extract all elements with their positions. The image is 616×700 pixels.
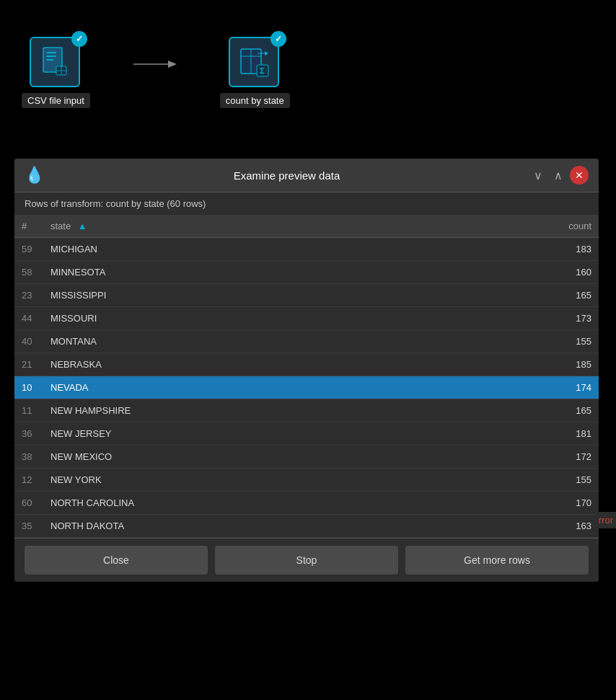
csv-node-icon-wrapper: ✓ [30, 37, 82, 89]
svg-text:Σ: Σ [260, 66, 265, 75]
header-controls: ∨ ∧ ✕ [529, 166, 589, 185]
table-row[interactable]: 35NORTH DAKOTA163 [14, 515, 599, 538]
row-count: 165 [446, 399, 599, 422]
transform-node-label: count by state [220, 93, 290, 108]
row-state: NEW MEXICO [43, 446, 446, 469]
transform-node: Σ ✓ count by state [220, 37, 290, 108]
table-row[interactable]: 12NEW YORK155 [14, 469, 599, 492]
row-count: 173 [446, 307, 599, 330]
row-state: MICHIGAN [43, 238, 446, 261]
svg-marker-8 [168, 61, 177, 68]
table-row[interactable]: 21NEBRASKA185 [14, 353, 599, 376]
row-count: 170 [446, 492, 599, 515]
row-state: NEW JERSEY [43, 422, 446, 446]
row-num: 58 [14, 261, 43, 284]
row-num: 10 [14, 376, 43, 399]
row-state: MISSISSIPPI [43, 284, 446, 307]
dialog-drop-icon: 💧 [25, 166, 44, 185]
row-state: MONTANA [43, 330, 446, 353]
dialog-footer: Close Stop Get more rows [14, 538, 599, 582]
row-count: 160 [446, 261, 599, 284]
row-num: 40 [14, 330, 43, 353]
table-row[interactable]: 23MISSISSIPPI165 [14, 284, 599, 307]
row-num: 12 [14, 469, 43, 492]
table-header: # state ▲ count [14, 215, 599, 238]
table-row[interactable]: 44MISSOURI173 [14, 307, 599, 330]
svg-marker-15 [265, 51, 268, 56]
table-row[interactable]: 11NEW HAMPSHIRE165 [14, 399, 599, 422]
row-count: 155 [446, 330, 599, 353]
row-count: 181 [446, 422, 599, 446]
row-num: 38 [14, 446, 43, 469]
table-row[interactable]: 36NEW JERSEY181 [14, 422, 599, 446]
row-num: 11 [14, 399, 43, 422]
row-state: MISSOURI [43, 307, 446, 330]
table-row[interactable]: 40MONTANA155 [14, 330, 599, 353]
col-header-state: state ▲ [43, 215, 446, 238]
row-state: NORTH CAROLINA [43, 492, 446, 515]
table-body: 59MICHIGAN18358MINNESOTA16023MISSISSIPPI… [14, 238, 599, 538]
csv-node-label: CSV file input [22, 93, 90, 108]
row-state: NORTH DAKOTA [43, 515, 446, 538]
row-count: 165 [446, 284, 599, 307]
table-row[interactable]: 59MICHIGAN183 [14, 238, 599, 261]
row-num: 35 [14, 515, 43, 538]
table-row[interactable]: 10NEVADA174 [14, 376, 599, 399]
table-row[interactable]: 58MINNESOTA160 [14, 261, 599, 284]
row-count: 172 [446, 446, 599, 469]
table-header-row: # state ▲ count [14, 215, 599, 238]
transform-check-badge: ✓ [270, 31, 286, 47]
minimize-button[interactable]: ∨ [529, 167, 547, 184]
row-num: 59 [14, 238, 43, 261]
svg-rect-2 [46, 56, 56, 57]
row-count: 185 [446, 353, 599, 376]
row-num: 60 [14, 492, 43, 515]
error-hint: rror [596, 512, 616, 528]
sort-arrow-icon: ▲ [78, 221, 87, 231]
row-num: 23 [14, 284, 43, 307]
row-state: NEW HAMPSHIRE [43, 399, 446, 422]
row-state: NEVADA [43, 376, 446, 399]
close-button[interactable]: Close [25, 546, 208, 575]
data-table-container[interactable]: # state ▲ count 59MICHIGAN18358MINNESOTA… [14, 215, 599, 538]
svg-rect-1 [46, 52, 56, 53]
row-state: NEBRASKA [43, 353, 446, 376]
col-header-count: count [446, 215, 599, 238]
examine-dialog: 💧 Examine preview data ∨ ∧ ✕ Rows of tra… [14, 159, 599, 582]
dialog-header: 💧 Examine preview data ∨ ∧ ✕ [14, 159, 599, 192]
row-num: 36 [14, 422, 43, 446]
csv-node: ✓ CSV file input [22, 37, 90, 108]
data-table: # state ▲ count 59MICHIGAN18358MINNESOTA… [14, 215, 599, 538]
csv-check-badge: ✓ [71, 31, 87, 47]
dialog-title: Examine preview data [51, 169, 522, 182]
table-row[interactable]: 60NORTH CAROLINA170 [14, 492, 599, 515]
stop-button[interactable]: Stop [215, 546, 398, 575]
row-count: 174 [446, 376, 599, 399]
col-header-num: # [14, 215, 43, 238]
svg-rect-3 [46, 59, 53, 61]
row-count: 155 [446, 469, 599, 492]
dialog-close-button[interactable]: ✕ [570, 166, 589, 185]
pipeline-area: ✓ CSV file input Σ [0, 0, 616, 144]
row-num: 21 [14, 353, 43, 376]
get-more-rows-button[interactable]: Get more rows [405, 546, 589, 575]
row-state: MINNESOTA [43, 261, 446, 284]
row-count: 163 [446, 515, 599, 538]
maximize-button[interactable]: ∧ [550, 167, 567, 184]
transform-node-icon-wrapper: Σ ✓ [229, 37, 281, 89]
row-num: 44 [14, 307, 43, 330]
table-row[interactable]: 38NEW MEXICO172 [14, 446, 599, 469]
row-state: NEW YORK [43, 469, 446, 492]
dialog-subtitle: Rows of transform: count by state (60 ro… [14, 192, 599, 215]
pipeline-arrow [133, 53, 177, 76]
row-count: 183 [446, 238, 599, 261]
